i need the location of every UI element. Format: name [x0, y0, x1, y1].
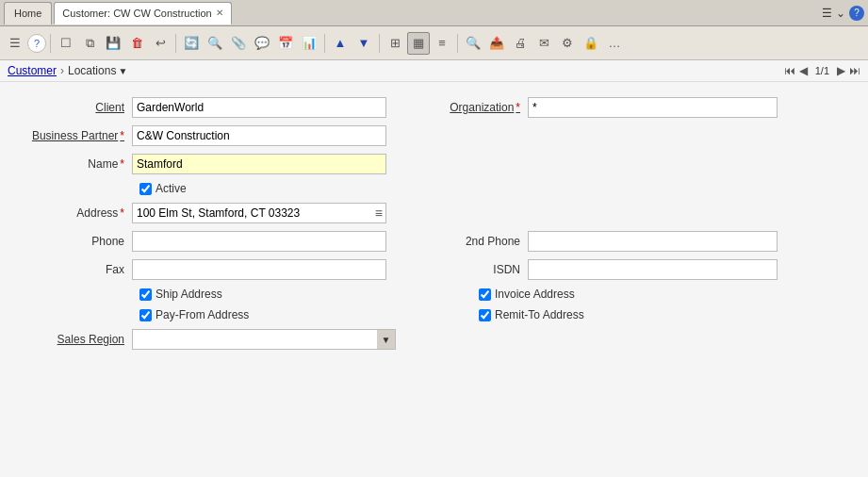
ship-address-checkbox[interactable]: [139, 288, 152, 301]
nav-last-icon[interactable]: ⏭: [849, 64, 860, 77]
tab-expand-icon[interactable]: ⌄: [836, 7, 845, 20]
sales-region-select[interactable]: [132, 329, 377, 350]
tab-menu-icon[interactable]: ☰: [822, 7, 832, 20]
isdn-group: ISDN: [443, 259, 778, 280]
toolbar-separator-1: [50, 34, 51, 53]
toolbar-move-group: ▲ ▼: [329, 32, 375, 55]
pay-from-label: Pay-From Address: [156, 308, 249, 321]
collapse-icon[interactable]: ☰: [4, 32, 26, 55]
help-circle-icon[interactable]: ?: [849, 6, 864, 21]
remit-to-label: Remit-To Address: [495, 308, 584, 321]
nav-next-icon[interactable]: ▶: [837, 64, 845, 77]
form-view-icon[interactable]: ▦: [407, 32, 430, 55]
phone2-label: 2nd Phone: [443, 235, 528, 248]
move-up-icon[interactable]: ▲: [329, 32, 352, 55]
phone2-input[interactable]: [528, 231, 778, 252]
chat-icon[interactable]: 💬: [251, 32, 273, 55]
sales-region-row: Sales Region ▼: [19, 329, 849, 350]
active-row: Active: [139, 182, 849, 195]
nav-first-icon[interactable]: ⏮: [784, 64, 795, 77]
breadcrumb-dropdown-icon: ▼: [118, 66, 127, 76]
remit-to-group: Remit-To Address: [479, 308, 584, 321]
pay-remit-row: Pay-From Address Remit-To Address: [19, 308, 849, 321]
phone2-group: 2nd Phone: [443, 231, 778, 252]
remit-to-checkbox[interactable]: [479, 309, 491, 321]
more-actions-icon[interactable]: …: [603, 32, 626, 55]
isdn-input[interactable]: [528, 259, 778, 280]
address-lookup-icon[interactable]: ≡: [375, 206, 383, 221]
sales-region-label[interactable]: Sales Region: [19, 333, 132, 346]
phone-row: Phone 2nd Phone: [19, 231, 849, 252]
breadcrumb-parent-link[interactable]: Customer: [8, 64, 57, 77]
attachment-icon[interactable]: 📎: [227, 32, 250, 55]
toolbar-separator-2: [175, 34, 176, 53]
organization-label[interactable]: Organization: [443, 101, 528, 114]
invoice-address-group: Invoice Address: [479, 288, 575, 301]
ship-address-group: Ship Address: [139, 288, 328, 301]
address-input[interactable]: [132, 203, 386, 223]
organization-input[interactable]: [528, 97, 778, 118]
print-icon[interactable]: 🖨: [509, 32, 532, 55]
toolbar-file-group: ☐ ⧉ 💾 🗑 ↩: [55, 32, 172, 55]
save-record-icon[interactable]: 💾: [102, 32, 124, 55]
detail-view-icon[interactable]: ≡: [431, 32, 453, 55]
tab-home[interactable]: Home: [4, 2, 52, 25]
toolbar-left-group: ☰ ?: [4, 32, 46, 55]
tab-active[interactable]: Customer: CW CW Construction ✕: [54, 2, 231, 25]
client-label[interactable]: Client: [19, 101, 132, 114]
pay-from-checkbox[interactable]: [139, 309, 152, 321]
sales-region-dropdown-icon[interactable]: ▼: [377, 329, 396, 350]
tab-bar: Home Customer: CW CW Construction ✕ ☰ ⌄ …: [0, 0, 868, 26]
business-partner-label[interactable]: Business Partner: [19, 129, 132, 142]
business-partner-row: Business Partner: [19, 125, 849, 146]
lock-icon[interactable]: 🔒: [580, 32, 602, 55]
toolbar: ☰ ? ☐ ⧉ 💾 🗑 ↩ 🔄 🔍 📎 💬 📅 📊 ▲ ▼ ⊞ ▦ ≡ 🔍 📤 …: [0, 26, 868, 60]
breadcrumb: Customer › Locations ▼ ⏮ ◀ 1/1 ▶ ⏭: [0, 60, 868, 82]
toolbar-action-group: 🔍 📤 🖨 ✉ ⚙ 🔒 …: [462, 32, 626, 55]
nav-prev-icon[interactable]: ◀: [799, 64, 808, 77]
phone-label: Phone: [19, 235, 132, 248]
zoom-icon[interactable]: 🔍: [204, 32, 226, 55]
fax-row: Fax ISDN: [19, 259, 849, 280]
name-label: Name: [19, 157, 132, 171]
breadcrumb-child-dropdown[interactable]: Locations ▼: [68, 64, 127, 77]
ship-address-label: Ship Address: [156, 288, 222, 301]
active-label: Active: [156, 182, 187, 195]
active-checkbox[interactable]: [139, 183, 152, 195]
home-tab-label: Home: [14, 8, 41, 19]
copy-record-icon[interactable]: ⧉: [78, 32, 101, 55]
address-container: ≡: [132, 203, 386, 223]
close-tab-icon[interactable]: ✕: [216, 8, 223, 18]
name-row: Name: [19, 154, 849, 174]
calendar-icon[interactable]: 📅: [274, 32, 297, 55]
nav-page-info: 1/1: [815, 65, 829, 76]
help-icon[interactable]: ?: [27, 34, 46, 53]
client-row: Client Organization: [19, 97, 849, 118]
phone-input[interactable]: [132, 231, 386, 252]
workflow-icon[interactable]: ⚙: [556, 32, 579, 55]
refresh-icon[interactable]: 🔄: [180, 32, 203, 55]
toolbar-view-group: ⊞ ▦ ≡: [384, 32, 453, 55]
name-input[interactable]: [132, 154, 386, 174]
fax-input[interactable]: [132, 259, 386, 280]
breadcrumb-child-label: Locations: [68, 64, 116, 77]
form-section: Client Organization Business Partner Nam…: [19, 97, 849, 350]
toolbar-nav-group: 🔄 🔍 📎 💬 📅 📊: [180, 32, 320, 55]
email-icon[interactable]: ✉: [532, 32, 555, 55]
move-down-icon[interactable]: ▼: [352, 32, 375, 55]
business-partner-input[interactable]: [132, 125, 386, 146]
fax-label: Fax: [19, 263, 132, 276]
toolbar-separator-4: [379, 34, 380, 53]
content-area: Client Organization Business Partner Nam…: [0, 82, 868, 477]
toolbar-separator-3: [324, 34, 325, 53]
invoice-address-checkbox[interactable]: [479, 288, 491, 301]
report-icon[interactable]: 📊: [298, 32, 320, 55]
undo-icon[interactable]: ↩: [149, 32, 172, 55]
export-icon[interactable]: 📤: [485, 32, 508, 55]
delete-record-icon[interactable]: 🗑: [125, 32, 148, 55]
find-icon[interactable]: 🔍: [462, 32, 484, 55]
invoice-address-label: Invoice Address: [495, 288, 575, 301]
client-input[interactable]: [132, 97, 386, 118]
grid-view-icon[interactable]: ⊞: [384, 32, 406, 55]
new-record-icon[interactable]: ☐: [55, 32, 77, 55]
